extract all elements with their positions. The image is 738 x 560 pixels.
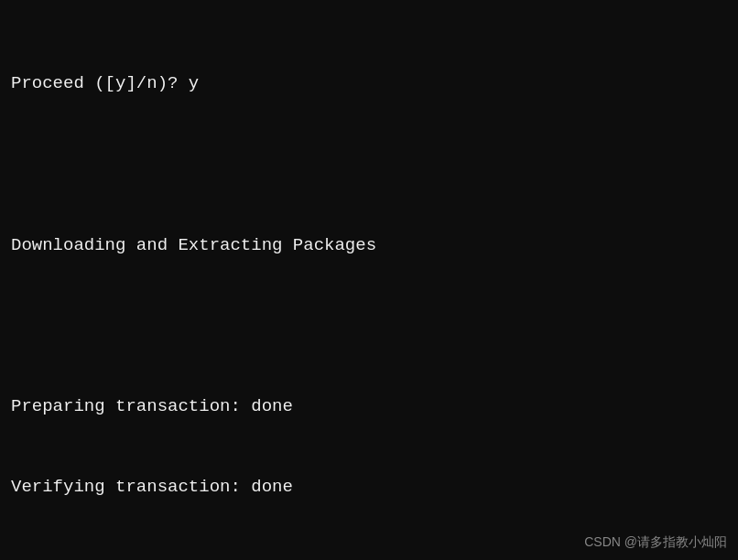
line-empty2: [11, 313, 727, 339]
line-proceed: Proceed ([y]/n)? y: [11, 70, 727, 97]
line-empty1: [11, 151, 727, 178]
line-downloading: Downloading and Extracting Packages: [11, 232, 727, 259]
line-executing: Executing transaction: done: [11, 555, 727, 560]
line-preparing: Preparing transaction: done: [11, 393, 727, 420]
line-verifying: Verifying transaction: done: [11, 474, 727, 501]
terminal-output: Proceed ([y]/n)? y Downloading and Extra…: [0, 0, 738, 560]
watermark: CSDN @请多指教小灿阳: [584, 534, 727, 551]
